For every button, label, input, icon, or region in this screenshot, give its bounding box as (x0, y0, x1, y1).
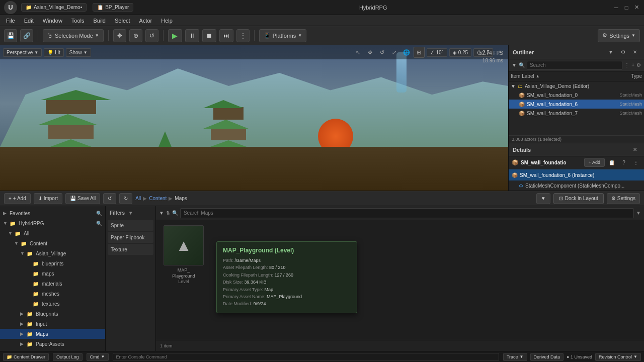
close-button[interactable]: ✕ (633, 4, 640, 11)
move-tool-icon[interactable]: ✥ (365, 47, 375, 57)
asset-map-playground[interactable]: ▲ MAP_Playground Level (161, 225, 206, 285)
menu-tools[interactable]: Tools (67, 17, 89, 25)
menu-window[interactable]: Window (39, 17, 66, 25)
sidebar-item-asian-village[interactable]: ▼ 📁 Asian_Village (0, 248, 105, 258)
transform3-icon[interactable]: ↺ (145, 29, 158, 42)
settings-button[interactable]: ⚙ Settings ▼ (598, 29, 640, 42)
sidebar-favorites-section[interactable]: ▶ Favorites 🔍 (0, 208, 105, 218)
sidebar-item-input[interactable]: ▶ 📁 Input (0, 319, 105, 329)
filter-texture[interactable]: Texture (108, 244, 153, 255)
search-details-icon[interactable]: ? (619, 158, 629, 168)
content-drawer-button[interactable]: 📁 Content Drawer (3, 353, 49, 361)
menu-edit[interactable]: Edit (20, 17, 38, 25)
stop-button[interactable]: ⏹ (202, 29, 216, 42)
sidebar-item-content[interactable]: ▼ 📁 Content (0, 238, 105, 248)
filters-toggle-icon[interactable]: ▼ (159, 210, 164, 216)
sidebar-item-meshes[interactable]: ▶ 📁 meshes (0, 289, 105, 299)
details-component-row[interactable]: ⚙ StaticMeshComponent (StaticMeshCompo..… (509, 180, 644, 191)
selection-mode-button[interactable]: 🖱 Selection Mode ▼ (43, 29, 104, 42)
search-clear-icon[interactable]: ▼ (636, 210, 641, 216)
filters-options-icon[interactable]: ▼ (128, 210, 133, 216)
path-options-button[interactable]: ▼ (536, 193, 550, 204)
maximize-button[interactable]: □ (623, 4, 630, 11)
outliner-options-icon[interactable]: ⋮ (624, 62, 629, 68)
select-tool-icon[interactable]: ↖ (353, 47, 363, 57)
outliner-search-input[interactable] (527, 61, 622, 70)
show-button[interactable]: Show ▼ (66, 48, 91, 57)
menu-build[interactable]: Build (90, 17, 110, 25)
dock-in-layout-button[interactable]: ⊡ Dock in Layout (553, 193, 604, 204)
sidebar-item-maps-sub[interactable]: ▶ 📁 maps (0, 268, 105, 279)
cmd-dropdown[interactable]: Cmd ▼ (87, 353, 109, 361)
skip-button[interactable]: ⏭ (219, 29, 233, 42)
perspective-button[interactable]: Perspective ▼ (3, 48, 42, 57)
sidebar-search-icon[interactable]: 🔍 (96, 211, 102, 216)
breadcrumb-content[interactable]: Content (149, 196, 167, 201)
filter-paper-flipbook[interactable]: Paper Flipbook (108, 232, 153, 243)
console-command-input[interactable] (113, 353, 499, 361)
grid-icon[interactable]: ⊞ (414, 47, 425, 58)
revision-control-button[interactable]: Revision Control ▼ (595, 353, 641, 361)
save-all-button[interactable]: 💾 Save All (65, 193, 100, 204)
outliner-add-icon[interactable]: + (631, 62, 634, 68)
outliner-item[interactable]: 📦 SM_wall_foundation_7 StaticMesh (509, 109, 644, 118)
outliner-filter-btn[interactable]: ▼ (512, 62, 517, 68)
outliner-filter-icon[interactable]: ▼ (606, 47, 616, 57)
transform2-icon[interactable]: ⊕ (129, 29, 142, 42)
grid-value-display[interactable]: ∠ 10° (427, 48, 447, 57)
transform-icon[interactable]: ✥ (113, 29, 126, 42)
sidebar-item-blueprints[interactable]: ▶ 📁 Blueprints (0, 309, 105, 319)
launch-options-icon[interactable]: ⋮ (236, 29, 250, 42)
assets-search-input[interactable] (180, 208, 634, 218)
import-button[interactable]: ⬇ Import (34, 193, 62, 204)
sidebar-item-blueprints-sub[interactable]: ▶ 📁 blueprints (0, 258, 105, 268)
lit-button[interactable]: 💡 Lit (44, 48, 64, 57)
content-settings-button[interactable]: ⚙ Settings (607, 193, 640, 204)
pause-button[interactable]: ⏸ (185, 29, 199, 42)
sidebar-item-all[interactable]: ▼ 📁 All (0, 228, 105, 238)
outliner-item[interactable]: 📦 SM_wall_foundation_0 StaticMesh (509, 90, 644, 100)
outliner-item-selected[interactable]: 📦 SM_wall_foundation_6 StaticMesh (509, 100, 644, 109)
rotate-tool-icon[interactable]: ↺ (377, 47, 387, 57)
filter-sprite[interactable]: Sprite (108, 220, 153, 231)
sidebar-item-materials[interactable]: ▶ 📁 materials (0, 279, 105, 289)
sidebar-project-section[interactable]: ▼ 📁 HybridRPG 🔍 (0, 218, 105, 228)
outliner-item[interactable]: ▼ 🗂 Asian_Village_Demo (Editor) (509, 81, 644, 90)
menu-file[interactable]: File (2, 17, 19, 25)
trace-button[interactable]: Trace ▼ (503, 353, 527, 361)
history-back-button[interactable]: ↺ (103, 193, 116, 204)
play-button[interactable]: ▶ (168, 29, 182, 42)
details-selected-item[interactable]: 📦 SM_wall_foundation_6 (Instance) (509, 169, 644, 180)
project-tab[interactable]: 📁 Asian_Village_Demo• (21, 3, 87, 12)
outliner-settings-icon[interactable]: ⚙ (618, 47, 628, 57)
blueprint-icon[interactable]: 📋 (607, 158, 617, 168)
breadcrumb-all[interactable]: All (135, 196, 141, 201)
sidebar-item-textures[interactable]: ▶ 📁 textures (0, 299, 105, 309)
sidebar-item-maps-active[interactable]: ▶ 📁 Maps (0, 329, 105, 339)
viewport[interactable]: Perspective ▼ 💡 Lit Show ▼ ↖ ✥ ↺ ⤢ 🌐 (0, 45, 508, 191)
menu-help[interactable]: Help (157, 17, 177, 25)
menu-actor[interactable]: Actor (135, 17, 156, 25)
project-search-icon[interactable]: 🔍 (96, 221, 102, 226)
add-component-button[interactable]: + Add (584, 158, 605, 167)
add-button[interactable]: + + Add (4, 193, 31, 204)
history-forward-button[interactable]: ↻ (119, 193, 132, 204)
toolbar-save-icon[interactable]: 💾 (4, 29, 17, 42)
minimize-button[interactable]: ─ (613, 4, 620, 11)
breadcrumb-maps[interactable]: Maps (175, 196, 187, 201)
scale-tool-icon[interactable]: ⤢ (389, 47, 399, 57)
toolbar-source-icon[interactable]: 🔗 (20, 29, 33, 42)
outliner-gear-icon[interactable]: ⚙ (636, 62, 641, 68)
scale-value-display[interactable]: ◈ 0.25 (449, 48, 471, 57)
details-close-icon[interactable]: ✕ (630, 145, 640, 155)
viewport-options-icon[interactable]: 🌐 (401, 47, 412, 57)
output-log-button[interactable]: Output Log (53, 353, 83, 361)
blueprint-tab[interactable]: 📋 BP_Player (93, 3, 133, 12)
derived-data-button[interactable]: Derived Data (530, 353, 564, 361)
menu-select[interactable]: Select (111, 17, 134, 25)
platforms-button[interactable]: 📱 Platforms ▼ (259, 29, 306, 42)
outliner-close-icon[interactable]: ✕ (630, 47, 640, 57)
filter-sort-icon[interactable]: ⇅ (166, 210, 170, 216)
details-options-icon[interactable]: ⋮ (631, 158, 641, 168)
sidebar-item-paper[interactable]: ▶ 📁 PaperAssets (0, 339, 105, 349)
